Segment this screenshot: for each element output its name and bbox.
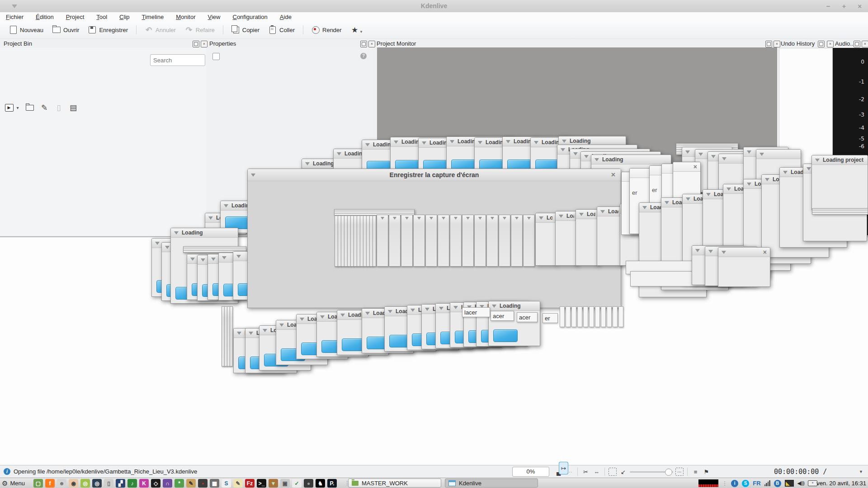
collapse-triangle-icon	[165, 246, 170, 249]
stacked-dialog-strip	[425, 215, 437, 267]
dialog-titlebar[interactable]: Loading	[556, 211, 577, 221]
loading-dialog: Loading	[597, 206, 622, 266]
collapse-triangle-icon	[174, 231, 179, 235]
stacked-titlebars	[812, 208, 868, 215]
collapse-triangle-icon	[506, 140, 510, 143]
stacked-dialog-strip	[595, 306, 600, 327]
stacked-dialog-strip	[601, 306, 606, 327]
collapse-triangle-icon	[454, 217, 458, 220]
stacked-dialog-strip	[389, 215, 401, 267]
close-icon[interactable]: ×	[611, 171, 615, 178]
close-icon[interactable]: ×	[763, 249, 767, 255]
collapse-triangle-icon	[393, 217, 396, 220]
collapse-triangle-icon	[708, 250, 713, 253]
collapse-triangle-icon	[251, 174, 255, 177]
collapse-triangle-icon	[747, 183, 751, 186]
collapse-triangle-icon	[747, 150, 751, 154]
collapse-triangle-icon	[527, 217, 531, 220]
collapse-triangle-icon	[300, 318, 304, 321]
collapse-triangle-icon	[305, 162, 310, 165]
dialog-title: Enregistrer la capture d'écran	[261, 171, 607, 178]
collapse-triangle-icon	[726, 188, 731, 191]
stacked-dialog-strip	[377, 215, 388, 267]
collapse-triangle-icon	[450, 140, 454, 143]
collapse-triangle-icon	[237, 332, 241, 335]
stacked-dialog-strip	[577, 306, 582, 327]
collapse-triangle-icon	[815, 159, 820, 162]
collapse-triangle-icon	[561, 148, 565, 151]
stacked-dialog-strip	[511, 215, 523, 267]
collapse-triangle-icon	[453, 306, 458, 309]
dialog-titlebar[interactable]: Loading	[591, 155, 671, 164]
dialog-title: Loading	[570, 138, 623, 144]
collapse-triangle-icon	[579, 213, 584, 216]
collapse-triangle-icon	[211, 258, 216, 261]
collapse-triangle-icon	[365, 312, 370, 315]
collapse-triangle-icon	[478, 141, 482, 144]
collapse-triangle-icon	[534, 141, 538, 144]
collapse-triangle-icon	[249, 332, 253, 335]
dialog-button-fragment: acer	[491, 311, 514, 321]
collapse-triangle-icon	[155, 242, 160, 245]
collapse-triangle-icon	[190, 258, 195, 261]
stacked-dialog-strip	[486, 215, 498, 267]
stacked-dialog-strip	[438, 215, 449, 267]
stacked-dialog-strip	[618, 306, 623, 327]
stacked-dialog-strip	[589, 306, 594, 327]
dialog-title: Loading	[182, 230, 235, 236]
collapse-triangle-icon	[478, 217, 482, 220]
dialog-titlebar[interactable]: ×	[718, 248, 770, 257]
stacked-dialog-strip	[571, 306, 576, 327]
loading-dialog: Loading	[488, 301, 540, 346]
collapse-triangle-icon	[807, 167, 811, 170]
collapse-triangle-icon	[706, 193, 711, 196]
dialog-button-fragment: lacer	[462, 307, 490, 317]
stacked-dialog-strip	[566, 306, 571, 327]
dialog-titlebar[interactable]: Enregistrer la capture d'écran×	[248, 169, 621, 181]
collapse-triangle-icon	[722, 157, 726, 160]
stacked-dialog-strip	[401, 215, 413, 267]
collapse-triangle-icon	[405, 217, 409, 220]
dialog-titlebar[interactable]: Loading	[171, 228, 238, 238]
stacked-dialog-strip	[560, 306, 565, 327]
progress-thumbnail	[493, 329, 518, 342]
dialog-layer: LoadingLoadingLoadingLoadingLoadingLoadi…	[0, 0, 868, 488]
stacked-dialog-strip	[450, 215, 462, 267]
collapse-triangle-icon	[224, 204, 228, 207]
collapse-triangle-icon	[320, 315, 325, 319]
dialog-titlebar[interactable]: ×	[673, 162, 700, 172]
collapse-triangle-icon	[263, 329, 267, 332]
collapse-triangle-icon	[466, 217, 470, 220]
close-icon[interactable]: ×	[693, 164, 697, 170]
dialog-text-fragment: er	[652, 187, 657, 193]
collapse-triangle-icon	[760, 153, 764, 156]
stacked-dialog-strip	[373, 216, 376, 267]
collapse-triangle-icon	[236, 255, 241, 258]
kdenlive-window: Kdenlive − + × FichierÉditionProjectTool…	[0, 0, 868, 488]
collapse-triangle-icon	[417, 217, 421, 220]
collapse-triangle-icon	[492, 305, 496, 308]
collapse-triangle-icon	[503, 217, 506, 220]
collapse-triangle-icon	[337, 152, 341, 155]
loading-dialog: Loading	[576, 209, 599, 266]
collapse-triangle-icon	[381, 217, 384, 220]
dialog-title: Loading	[602, 156, 668, 163]
collapse-triangle-icon	[422, 141, 426, 145]
dialog-title: Loading	[500, 303, 537, 309]
collapse-triangle-icon	[665, 201, 669, 204]
dialog-button-fragment: acer	[517, 312, 538, 322]
collapse-triangle-icon	[388, 310, 392, 313]
collapse-triangle-icon	[600, 210, 605, 213]
dialog-titlebar[interactable]: Loading	[576, 210, 599, 219]
dialog-titlebar[interactable]	[756, 150, 801, 159]
dialog-title: Loading	[608, 208, 618, 215]
collapse-triangle-icon	[685, 150, 690, 154]
collapse-triangle-icon	[491, 217, 494, 220]
dialog-titlebar[interactable]: Loading project	[812, 155, 868, 165]
dialog-titlebar[interactable]: Loading	[489, 301, 540, 311]
stacked-dialog-strip	[474, 215, 486, 267]
dialog-titlebar[interactable]: Loading	[597, 207, 622, 216]
collapse-triangle-icon	[201, 258, 205, 262]
dialog-titlebar[interactable]: Loading	[536, 213, 556, 223]
collapse-triangle-icon	[695, 249, 700, 252]
